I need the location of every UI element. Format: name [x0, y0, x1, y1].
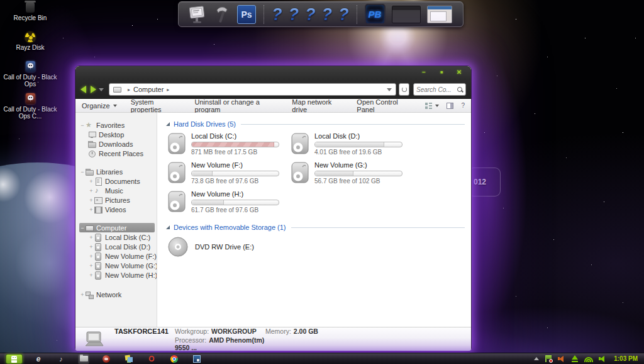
expander-icon[interactable]: − — [79, 122, 86, 128]
drive-tile-d[interactable]: Local Disk (D:) 4.01 GB free of 19.6 GB — [291, 132, 414, 158]
drive-tile-h[interactable]: New Volume (H:) 61.7 GB free of 97.6 GB — [167, 190, 291, 216]
expander-icon[interactable]: + — [88, 244, 94, 250]
dock-unknown-app-4[interactable]: ? — [322, 4, 333, 25]
expander-icon[interactable]: + — [88, 207, 94, 213]
desktop-date-widget[interactable]: 012 — [468, 168, 501, 196]
breadcrumb-separator-icon[interactable]: ▸ — [167, 87, 169, 93]
refresh-button[interactable] — [399, 83, 409, 96]
expander-icon[interactable]: + — [88, 188, 94, 194]
taskbar-music-player[interactable]: ♪ — [55, 354, 67, 364]
volume-muted-icon[interactable] — [558, 355, 565, 362]
dock-pb-app[interactable]: PB — [365, 4, 386, 25]
preview-pane-icon[interactable] — [447, 103, 453, 109]
sidebar-item-downloads[interactable]: Downloads — [88, 139, 157, 149]
section-title[interactable]: Devices with Removable Storage (1) — [174, 224, 286, 231]
expander-icon[interactable]: − — [79, 169, 86, 175]
open-control-panel-button[interactable]: Open Control Panel — [357, 98, 411, 113]
close-button[interactable]: ✕ — [455, 69, 464, 76]
sidebar-item-favorites[interactable]: − Favorites — [79, 120, 157, 130]
show-hidden-icons-button[interactable] — [534, 357, 539, 360]
dock-unknown-app-5[interactable]: ? — [338, 4, 349, 25]
dock-photoshop[interactable]: Ps — [237, 5, 256, 24]
expander-icon[interactable]: + — [88, 234, 94, 241]
sidebar-item-network[interactable]: + Network — [79, 290, 157, 299]
start-button[interactable] — [6, 354, 23, 364]
dock-unknown-app-3[interactable]: ? — [305, 4, 316, 25]
sidebar-item-libraries[interactable]: − Libraries — [79, 167, 157, 176]
volume-icon[interactable] — [599, 355, 606, 362]
desktop-icon-cod-black-ops[interactable]: Call of Duty - Black Ops — [0, 61, 60, 88]
search-icon[interactable] — [457, 86, 463, 93]
desktop-icon-rayz-disk[interactable]: Rayz Disk — [0, 32, 60, 51]
expander-icon[interactable]: + — [88, 272, 94, 278]
expander-icon[interactable]: + — [88, 263, 94, 269]
search-box[interactable] — [413, 83, 466, 96]
sidebar-label: Downloads — [99, 140, 133, 148]
dock-system-settings[interactable] — [188, 5, 207, 24]
sidebar-item-new-volume-h[interactable]: + New Volume (H:) — [88, 270, 157, 280]
recent-pages-chevron-icon[interactable] — [99, 88, 104, 91]
organize-button[interactable]: Organize — [82, 102, 117, 110]
action-center-flag-icon[interactable] — [545, 355, 552, 363]
address-bar[interactable]: ▸ Computer ▸ — [109, 83, 396, 96]
system-properties-button[interactable]: System properties — [131, 98, 181, 113]
question-mark-icon: ? — [338, 4, 349, 25]
sidebar-label: Favorites — [96, 122, 125, 129]
address-dropdown-icon[interactable] — [387, 88, 392, 91]
section-title[interactable]: Hard Disk Drives (5) — [174, 120, 236, 128]
drive-tile-f[interactable]: New Volume (F:) 73.8 GB free of 97.6 GB — [167, 161, 291, 187]
dock-tools[interactable] — [213, 5, 231, 24]
drive-tile-c[interactable]: Local Disk (C:) 871 MB free of 17.5 GB — [167, 132, 291, 158]
help-button[interactable]: ? — [461, 102, 465, 109]
map-network-drive-button[interactable]: Map network drive — [292, 98, 343, 113]
sidebar-item-documents[interactable]: + Documents — [88, 176, 157, 186]
expander-icon[interactable]: + — [79, 292, 86, 298]
workgroup-label: Workgroup: — [175, 327, 209, 335]
forward-button[interactable] — [91, 86, 96, 93]
expander-icon[interactable]: − — [79, 225, 86, 231]
expander-icon[interactable]: + — [88, 197, 94, 203]
section-divider — [291, 227, 465, 228]
dock-unknown-app-1[interactable]: ? — [272, 4, 282, 25]
drive-tile-g[interactable]: New Volume (G:) 56.7 GB free of 102 GB — [291, 161, 414, 187]
taskbar-red-app[interactable] — [101, 354, 112, 364]
sidebar-item-new-volume-f[interactable]: + New Volume (F:) — [88, 251, 157, 261]
search-input[interactable] — [416, 86, 457, 93]
sidebar-item-local-disk-c[interactable]: + Local Disk (C:) — [88, 232, 157, 242]
expander-icon[interactable]: + — [88, 253, 94, 259]
desktop-icon-cod-black-ops-c[interactable]: Call of Duty - Black Ops C... — [0, 93, 60, 120]
eject-icon[interactable] — [571, 355, 579, 362]
sidebar-item-local-disk-d[interactable]: + Local Disk (D:) — [88, 242, 157, 251]
dock-window-thumbnail-dark[interactable] — [392, 6, 421, 23]
dock-window-thumbnail-light[interactable] — [427, 6, 452, 23]
wifi-icon[interactable] — [584, 356, 593, 362]
dock-unknown-app-2[interactable]: ? — [289, 4, 299, 25]
taskbar-sticky-notes[interactable] — [123, 354, 135, 364]
taskbar-opera[interactable]: O — [146, 354, 157, 364]
taskbar-clock[interactable]: 1:03 PM — [614, 355, 638, 362]
breadcrumb[interactable]: Computer — [133, 86, 164, 93]
expander-icon[interactable]: + — [88, 178, 94, 185]
maximize-button[interactable]: ■ — [437, 69, 446, 76]
sidebar-item-computer[interactable]: − Computer — [79, 223, 155, 232]
dvd-drive-tile[interactable]: DVD RW Drive (E:) — [167, 236, 465, 258]
sidebar-item-new-volume-g[interactable]: + New Volume (G:) — [88, 261, 157, 270]
sidebar-item-music[interactable]: + Music — [88, 186, 157, 195]
sidebar-item-videos[interactable]: + Videos — [88, 205, 157, 214]
sidebar-item-recent-places[interactable]: Recent Places — [88, 149, 157, 158]
command-toolbar: Organize System properties Uninstall or … — [75, 99, 471, 113]
collapse-triangle-icon[interactable] — [166, 225, 170, 229]
minimize-button[interactable]: − — [419, 69, 428, 76]
desktop-icon-recycle-bin[interactable]: Recycle Bin — [0, 3, 60, 21]
taskbar-blue-app[interactable] — [191, 354, 203, 364]
sidebar-label: New Volume (G:) — [105, 262, 157, 270]
taskbar-explorer[interactable] — [78, 354, 89, 364]
change-view-button[interactable] — [425, 103, 439, 109]
collapse-triangle-icon[interactable] — [166, 122, 170, 126]
back-button[interactable] — [80, 86, 86, 93]
taskbar-chrome[interactable] — [169, 354, 180, 364]
taskbar-internet-explorer[interactable]: e — [33, 354, 44, 364]
sidebar-item-pictures[interactable]: + Pictures — [88, 195, 157, 205]
sidebar-item-desktop[interactable]: Desktop — [88, 130, 157, 139]
uninstall-program-button[interactable]: Uninstall or change a program — [195, 98, 279, 113]
